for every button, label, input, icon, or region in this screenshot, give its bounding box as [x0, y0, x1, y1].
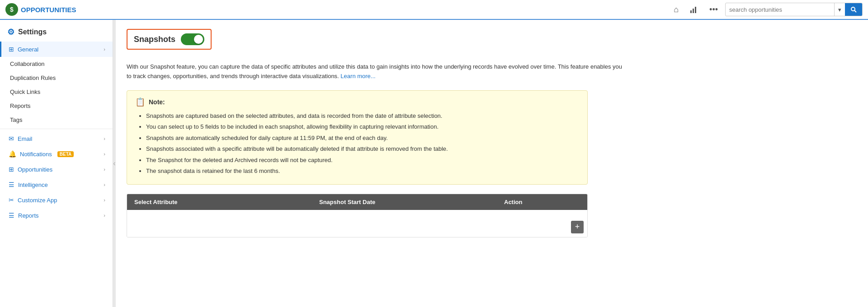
- notifications-chevron: ›: [104, 151, 105, 157]
- sidebar: ⚙ Settings ⊞ General › Collaboration Dup…: [0, 20, 113, 307]
- resize-arrow-icon: ‹: [113, 159, 115, 167]
- app-title: OPPORTUNITIES: [21, 6, 76, 14]
- reports-nav-label: Reports: [18, 212, 39, 219]
- sidebar-item-duplication-rules[interactable]: Duplication Rules: [0, 71, 113, 85]
- toggle-track: [181, 33, 204, 45]
- search-go-button[interactable]: [845, 3, 862, 16]
- reports-label: Reports: [10, 102, 31, 109]
- search-input[interactable]: [726, 6, 834, 13]
- learn-more-link[interactable]: Learn more...: [340, 73, 375, 79]
- general-icon: ⊞: [9, 46, 14, 53]
- note-item-4: Snapshots associated with a specific att…: [146, 144, 579, 154]
- intelligence-icon: ☰: [9, 181, 14, 188]
- sidebar-item-intelligence[interactable]: ☰ Intelligence ›: [0, 177, 113, 192]
- note-title: Note:: [149, 98, 165, 106]
- svg-rect-1: [693, 9, 694, 13]
- email-chevron: ›: [104, 136, 105, 141]
- col-snapshot-start-date: Snapshot Start Date: [312, 194, 497, 210]
- note-item-3: Snapshots are automatically scheduled fo…: [146, 134, 579, 143]
- general-chevron: ›: [104, 47, 105, 52]
- customize-chevron: ›: [104, 197, 105, 203]
- sidebar-item-quick-links[interactable]: Quick Links: [0, 85, 113, 99]
- sidebar-item-email[interactable]: ✉ Email ›: [0, 131, 113, 146]
- chart-button[interactable]: [686, 2, 702, 17]
- search-icon: [850, 6, 857, 13]
- sidebar-divider-1: [0, 129, 113, 129]
- note-header: 📋 Note:: [135, 97, 579, 107]
- note-item-1: Snapshots are captured based on the sele…: [146, 112, 579, 121]
- intelligence-label: Intelligence: [18, 181, 48, 188]
- intelligence-chevron: ›: [104, 182, 105, 187]
- collaboration-label: Collaboration: [10, 60, 45, 67]
- note-item-2: You can select up to 5 fields to be incl…: [146, 122, 579, 131]
- sidebar-item-collaboration[interactable]: Collaboration: [0, 57, 113, 71]
- svg-rect-0: [690, 10, 692, 13]
- opportunities-icon: ⊞: [9, 166, 14, 173]
- snapshots-section-header: Snapshots: [127, 29, 857, 56]
- search-container: ▾: [725, 3, 863, 16]
- note-list: Snapshots are captured based on the sele…: [135, 112, 579, 176]
- notifications-badge: BETA: [57, 151, 74, 157]
- snapshots-description: With our Snapshot feature, you can captu…: [127, 62, 624, 81]
- quick-links-label: Quick Links: [10, 88, 40, 95]
- settings-icon: ⚙: [7, 27, 14, 37]
- sidebar-item-general[interactable]: ⊞ General ›: [0, 42, 113, 57]
- notifications-label: Notifications: [20, 151, 52, 158]
- snapshots-title: Snapshots: [134, 35, 175, 44]
- note-icon: 📋: [135, 97, 145, 107]
- sidebar-item-general-label: General: [18, 46, 38, 53]
- more-button[interactable]: •••: [706, 2, 722, 17]
- sidebar-item-tags[interactable]: Tags: [0, 113, 113, 127]
- email-icon: ✉: [9, 135, 14, 142]
- opportunities-label: Opportunities: [18, 166, 52, 173]
- toggle-thumb: [194, 35, 203, 44]
- svg-rect-2: [695, 7, 696, 13]
- layout: ⚙ Settings ⊞ General › Collaboration Dup…: [0, 20, 868, 307]
- sidebar-item-customize-app[interactable]: ✂ Customize App ›: [0, 192, 113, 208]
- sidebar-item-reports-nav[interactable]: ☰ Reports ›: [0, 208, 113, 223]
- note-box: 📋 Note: Snapshots are captured based on …: [127, 90, 588, 185]
- reports-nav-icon: ☰: [9, 212, 14, 219]
- notifications-icon: 🔔: [9, 150, 16, 158]
- top-nav: $ OPPORTUNITIES ⌂ ••• ▾: [0, 0, 868, 20]
- customize-icon: ✂: [9, 196, 14, 204]
- add-row-button[interactable]: +: [571, 221, 584, 233]
- reports-chevron: ›: [104, 213, 105, 218]
- logo-icon: $: [5, 3, 18, 16]
- table-body: +: [127, 210, 587, 237]
- table-header: Select Attribute Snapshot Start Date Act…: [127, 194, 587, 210]
- settings-header: ⚙ Settings: [0, 20, 113, 42]
- svg-point-3: [851, 7, 855, 11]
- email-label: Email: [18, 135, 33, 142]
- home-button[interactable]: ⌂: [670, 2, 682, 17]
- note-item-5: The Snapshot for the deleted and Archive…: [146, 156, 579, 165]
- duplication-rules-label: Duplication Rules: [10, 74, 56, 81]
- col-action: Action: [497, 194, 587, 210]
- customize-label: Customize App: [18, 197, 57, 204]
- tags-label: Tags: [10, 116, 22, 123]
- col-select-attribute: Select Attribute: [127, 194, 312, 210]
- chart-icon: [689, 5, 698, 14]
- snapshots-toggle[interactable]: [181, 33, 204, 45]
- sidebar-item-opportunities[interactable]: ⊞ Opportunities ›: [0, 162, 113, 177]
- svg-line-4: [854, 10, 856, 12]
- search-dropdown-button[interactable]: ▾: [834, 3, 845, 16]
- snapshots-table: Select Attribute Snapshot Start Date Act…: [127, 194, 588, 237]
- opportunities-chevron: ›: [104, 167, 105, 172]
- settings-title: Settings: [18, 28, 47, 36]
- app-logo: $ OPPORTUNITIES: [5, 3, 76, 16]
- sidebar-item-reports[interactable]: Reports: [0, 99, 113, 113]
- note-item-6: The snapshot data is retained for the la…: [146, 167, 579, 176]
- sidebar-item-notifications[interactable]: 🔔 Notifications BETA ›: [0, 146, 113, 162]
- main-content: Snapshots With our Snapshot feature, you…: [116, 20, 868, 307]
- snapshots-toggle-container: Snapshots: [127, 29, 212, 50]
